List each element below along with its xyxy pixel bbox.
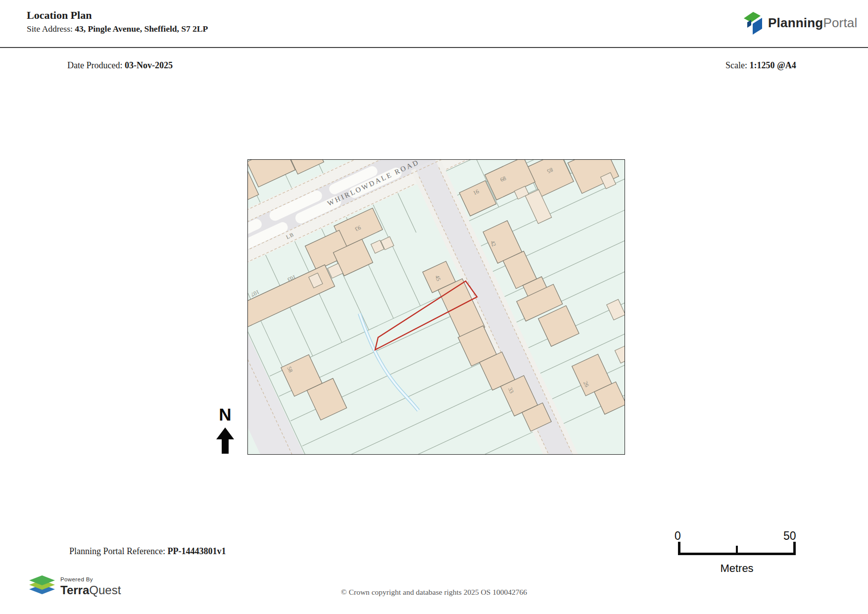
scalebar-unit-label: Metres xyxy=(687,562,786,575)
tq-powered-by: Powered By xyxy=(60,577,121,583)
reference-value: PP-14443801v1 xyxy=(167,546,226,556)
scalebar-tick-left xyxy=(678,542,680,555)
date-produced-line: Date Produced: 03-Nov-2025 xyxy=(67,60,173,71)
pp-word-portal: Portal xyxy=(823,15,857,30)
date-produced-label: Date Produced: xyxy=(67,60,122,70)
site-address-line: Site Address: 43, Pingle Avenue, Sheffie… xyxy=(27,24,208,34)
pp-word-planning: Planning xyxy=(768,15,823,30)
date-produced-value: 03-Nov-2025 xyxy=(125,60,173,70)
reference-line: Planning Portal Reference: PP-14443801v1 xyxy=(69,546,226,557)
location-plan-map: WHIRLOWDALE ROAD LB 16 68 85 93 103 107 … xyxy=(247,159,625,455)
copyright-notice: © Crown copyright and database rights 20… xyxy=(0,588,868,597)
header-divider xyxy=(0,47,868,48)
scalebar-tick-mid xyxy=(736,546,738,555)
scale-value: 1:1250 @A4 xyxy=(749,60,796,70)
site-address-value: 43, Pingle Avenue, Sheffield, S7 2LP xyxy=(75,24,208,34)
scale-label: Scale: xyxy=(725,60,747,70)
scalebar-start-label: 0 xyxy=(675,529,681,543)
north-arrow-icon xyxy=(213,427,238,454)
planning-portal-logo: PlanningPortal xyxy=(742,10,858,36)
planning-portal-logo-icon xyxy=(742,10,764,36)
scalebar-end-label: 50 xyxy=(783,529,796,543)
page-title: Location Plan xyxy=(27,9,92,22)
site-address-label: Site Address: xyxy=(27,24,73,34)
north-indicator: N xyxy=(212,406,239,456)
map-canvas: WHIRLOWDALE ROAD LB 16 68 85 93 103 107 … xyxy=(248,160,625,454)
scale-line: Scale: 1:1250 @A4 xyxy=(725,60,796,71)
pp-logo-blue-shape xyxy=(753,18,762,35)
reference-label: Planning Portal Reference: xyxy=(69,546,165,556)
planning-portal-wordmark: PlanningPortal xyxy=(768,15,858,31)
north-label: N xyxy=(212,406,239,423)
scalebar-tick-right xyxy=(793,542,796,555)
